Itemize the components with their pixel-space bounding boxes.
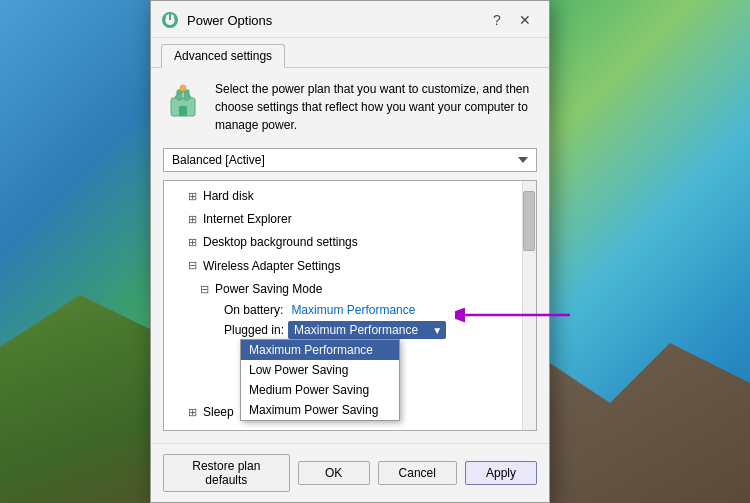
tree-item-power-saving-mode[interactable]: ⊟ Power Saving Mode bbox=[164, 278, 536, 301]
tree-item-hard-disk[interactable]: ⊞ Hard disk bbox=[164, 185, 536, 208]
inline-select-container: Maximum Performance Low Power Saving Med… bbox=[288, 321, 446, 339]
plan-select[interactable]: Balanced [Active] bbox=[163, 148, 537, 172]
tree-item-desktop-bg[interactable]: ⊞ Desktop background settings bbox=[164, 231, 536, 254]
footer-buttons: OK Cancel Apply bbox=[298, 461, 537, 485]
option-maximum-performance[interactable]: Maximum Performance bbox=[241, 340, 399, 360]
on-battery-value[interactable]: Maximum Performance bbox=[291, 303, 415, 317]
expand-icon: ⊞ bbox=[188, 234, 197, 252]
dialog-footer: Restore plan defaults OK Cancel Apply bbox=[151, 443, 549, 502]
ok-button[interactable]: OK bbox=[298, 461, 370, 485]
dialog-title: Power Options bbox=[187, 13, 477, 28]
tab-bar: Advanced settings bbox=[151, 38, 549, 68]
expand-icon: ⊟ bbox=[188, 257, 197, 275]
cancel-button[interactable]: Cancel bbox=[378, 461, 457, 485]
svg-rect-5 bbox=[179, 106, 187, 116]
plugged-in-row: Plugged in: Maximum Performance Low Powe… bbox=[164, 319, 536, 341]
on-battery-label: On battery: bbox=[224, 303, 283, 317]
dropdown-popup: Maximum Performance Low Power Saving Med… bbox=[240, 339, 400, 421]
option-low-power-saving[interactable]: Low Power Saving bbox=[241, 360, 399, 380]
settings-tree[interactable]: ⊞ Hard disk ⊞ Internet Explorer ⊞ Deskto… bbox=[163, 180, 537, 431]
apply-button[interactable]: Apply bbox=[465, 461, 537, 485]
power-plant-icon bbox=[163, 80, 203, 120]
expand-icon: ⊞ bbox=[188, 188, 197, 206]
plugged-in-label: Plugged in: bbox=[224, 323, 284, 337]
power-options-icon bbox=[161, 11, 179, 29]
tree-item-usb-settings[interactable]: ⊞ USB settings bbox=[164, 424, 536, 431]
scrollbar-track bbox=[522, 181, 536, 430]
option-maximum-power-saving[interactable]: Maximum Power Saving bbox=[241, 400, 399, 420]
scrollbar-thumb[interactable] bbox=[523, 191, 535, 251]
expand-icon: ⊞ bbox=[188, 404, 197, 422]
expand-icon: ⊞ bbox=[188, 211, 197, 229]
expand-icon: ⊞ bbox=[188, 427, 197, 431]
plan-dropdown-container: Balanced [Active] bbox=[163, 148, 537, 172]
power-options-dialog: Power Options ? ✕ Advanced settings Sele… bbox=[150, 0, 550, 503]
tree-item-internet-explorer[interactable]: ⊞ Internet Explorer bbox=[164, 208, 536, 231]
plugged-in-select[interactable]: Maximum Performance Low Power Saving Med… bbox=[288, 321, 446, 339]
on-battery-row: On battery: Maximum Performance bbox=[164, 301, 536, 319]
title-controls: ? ✕ bbox=[485, 9, 537, 31]
restore-defaults-button[interactable]: Restore plan defaults bbox=[163, 454, 290, 492]
tree-item-wireless-adapter[interactable]: ⊟ Wireless Adapter Settings bbox=[164, 255, 536, 278]
option-medium-power-saving[interactable]: Medium Power Saving bbox=[241, 380, 399, 400]
description-text: Select the power plan that you want to c… bbox=[215, 80, 537, 134]
close-button[interactable]: ✕ bbox=[513, 9, 537, 31]
expand-icon: ⊟ bbox=[200, 281, 209, 299]
help-button[interactable]: ? bbox=[485, 9, 509, 31]
svg-point-6 bbox=[180, 85, 186, 91]
description-area: Select the power plan that you want to c… bbox=[163, 80, 537, 134]
dialog-body: Select the power plan that you want to c… bbox=[151, 68, 549, 443]
advanced-settings-tab[interactable]: Advanced settings bbox=[161, 44, 285, 68]
title-bar: Power Options ? ✕ bbox=[151, 1, 549, 38]
